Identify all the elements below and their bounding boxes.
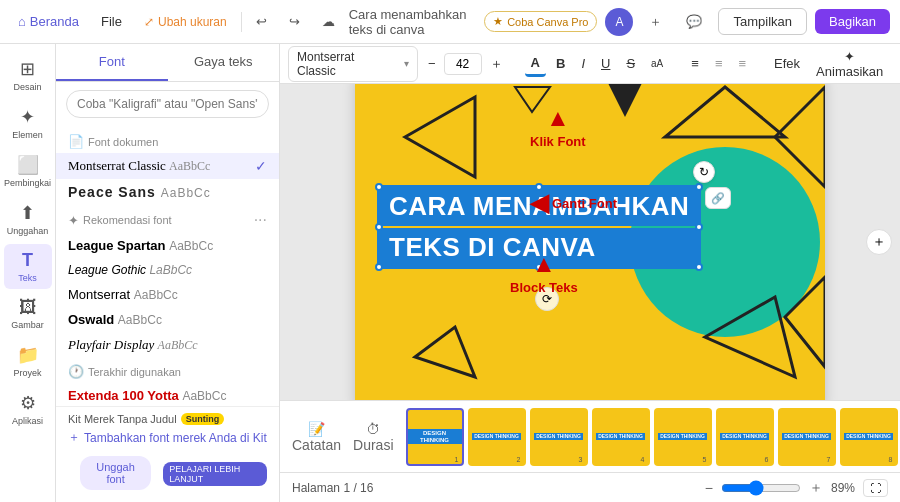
italic-button[interactable]: I — [575, 52, 591, 75]
dropdown-arrow-icon: ▾ — [404, 58, 409, 69]
rekomendasi-dots[interactable]: ··· — [254, 211, 267, 229]
thumb-7[interactable]: DESIGN THINKING 7 — [778, 408, 836, 466]
filmstrip-controls: 📝 Catatan ⏱ Durasi — [288, 417, 398, 457]
sidebar-item-teks[interactable]: T Teks — [4, 244, 52, 289]
color-a-button[interactable]: A — [525, 51, 546, 77]
handle-tl[interactable] — [375, 183, 383, 191]
editor-area: Montserrat Classic ▾ − ＋ A B I U S aA ≡ … — [280, 44, 900, 502]
link-icon[interactable]: 🔗 — [705, 187, 731, 209]
notes-icon: 📝 — [308, 421, 325, 437]
thumb-4[interactable]: DESIGN THINKING 4 — [592, 408, 650, 466]
uppercase-button[interactable]: aA — [645, 54, 669, 73]
zoom-out-button[interactable]: − — [701, 478, 717, 498]
canva-pro-badge[interactable]: ★ Coba Canva Pro — [484, 11, 597, 32]
resize-button[interactable]: ⤢ Ubah ukuran — [136, 11, 235, 33]
document-title: Cara menambahkan teks di canva — [349, 7, 478, 37]
font-size-increase[interactable]: ＋ — [484, 51, 509, 77]
animasikan-button[interactable]: ✦ Animasikan — [810, 45, 889, 83]
efek-button[interactable]: Efek — [768, 52, 806, 75]
upload-font-button[interactable]: Unggah font — [80, 456, 151, 490]
zoom-in-button[interactable]: ＋ — [805, 477, 827, 499]
page-indicator: Halaman 1 / 16 — [292, 481, 373, 495]
home-label: Beranda — [30, 14, 79, 29]
file-button[interactable]: File — [93, 10, 130, 33]
font-size-input[interactable] — [444, 53, 482, 75]
font-size-decrease[interactable]: − — [422, 52, 442, 75]
align-left-button[interactable]: ≡ — [685, 52, 705, 75]
strikethrough-button[interactable]: S — [620, 52, 641, 75]
plus-icon: ＋ — [68, 429, 80, 446]
redo-button[interactable]: ↪ — [281, 10, 308, 33]
undo-button[interactable]: ↩ — [248, 10, 275, 33]
handle-mr[interactable] — [695, 223, 703, 231]
doc-fonts-label: 📄 Font dokumen — [56, 128, 279, 153]
sidebar-icons: ⊞ Desain ✦ Elemen ⬜ Pembingkai ⬆ Unggaha… — [0, 44, 56, 502]
font-name-dropdown[interactable]: Montserrat Classic ▾ — [288, 46, 418, 82]
font-item-league-spartan[interactable]: League Spartan AaBbCc — [56, 233, 279, 258]
sidebar-item-proyek[interactable]: 📁 Proyek — [4, 338, 52, 384]
tab-font[interactable]: Font — [56, 44, 168, 81]
canvas-page[interactable]: CARA MENAMBAHKAN TEKS DI CANVA — [355, 84, 825, 400]
thumb-2[interactable]: DESIGN THINKING 2 — [468, 408, 526, 466]
filmstrip-duration-button[interactable]: ⏱ Durasi — [349, 417, 397, 457]
avatar[interactable]: A — [605, 8, 633, 36]
font-item-oswald[interactable]: Oswald AaBbCc — [56, 307, 279, 332]
add-font-kit[interactable]: ＋ Tambahkan font merek Anda di Kit — [68, 429, 267, 446]
svg-marker-4 — [605, 84, 645, 117]
thumb-5[interactable]: DESIGN THINKING 5 — [654, 408, 712, 466]
thumb-3[interactable]: DESIGN THINKING 3 — [530, 408, 588, 466]
kit-label: Kit Merek Tanpa Judul Sunting — [68, 413, 267, 425]
font-item-extenda[interactable]: Extenda 100 Yotta AaBbCc — [56, 383, 279, 406]
resize-icon: ⤢ — [144, 15, 154, 29]
bold-button[interactable]: B — [550, 52, 571, 75]
thumb-1[interactable]: DESIGN THINKING 1 — [406, 408, 464, 466]
font-search-wrap — [56, 82, 279, 126]
home-button[interactable]: ⌂ Beranda — [10, 10, 87, 33]
main-layout: ⊞ Desain ✦ Elemen ⬜ Pembingkai ⬆ Unggaha… — [0, 44, 900, 502]
annotation-block-teks: ▲ Block Teks — [510, 250, 578, 295]
handle-ml[interactable] — [375, 223, 383, 231]
font-item-peace-sans[interactable]: Peace Sans AaBbCc — [56, 179, 279, 205]
align-center-button[interactable]: ≡ — [709, 52, 729, 75]
svg-marker-2 — [665, 87, 785, 137]
font-panel: Font Gaya teks 📄 Font dokumen Montserrat… — [56, 44, 280, 502]
font-item-playfair[interactable]: Playfair Display AaBbCc — [56, 332, 279, 358]
filmstrip-notes-button[interactable]: 📝 Catatan — [288, 417, 345, 457]
canvas-area: CARA MENAMBAHKAN TEKS DI CANVA — [280, 84, 900, 502]
thumb-8[interactable]: DESIGN THINKING 8 — [840, 408, 898, 466]
font-search-input[interactable] — [66, 90, 269, 118]
chat-button[interactable]: 💬 — [678, 10, 710, 33]
align-right-button[interactable]: ≡ — [732, 52, 752, 75]
font-list: 📄 Font dokumen Montserrat Classic AaBbCc… — [56, 126, 279, 406]
terakhir-label: 🕐 Terakhir digunakan — [56, 358, 279, 383]
share-button[interactable]: Bagikan — [815, 9, 890, 34]
cloud-button[interactable]: ☁ — [314, 10, 343, 33]
clock-icon: ⏱ — [366, 421, 380, 437]
doc-icon: 📄 — [68, 134, 84, 149]
preview-button[interactable]: Tampilkan — [718, 8, 807, 35]
sidebar-item-aplikasi[interactable]: ⚙ Aplikasi — [4, 386, 52, 432]
sidebar-item-unggahan[interactable]: ⬆ Unggahan — [4, 196, 52, 242]
tab-gaya-teks[interactable]: Gaya teks — [168, 44, 280, 81]
sidebar-item-elemen[interactable]: ✦ Elemen — [4, 100, 52, 146]
font-item-montserrat-classic[interactable]: Montserrat Classic AaBbCc ✓ — [56, 153, 279, 179]
font-kit-section: Kit Merek Tanpa Judul Sunting ＋ Tambahka… — [56, 406, 279, 452]
fullscreen-button[interactable]: ⛶ — [863, 479, 888, 497]
sidebar-item-pembingkai[interactable]: ⬜ Pembingkai — [4, 148, 52, 194]
canvas-add-button[interactable]: ＋ — [866, 229, 892, 255]
svg-marker-1 — [405, 97, 475, 177]
font-item-league-gothic[interactable]: League Gothic LaBbCc — [56, 258, 279, 282]
pelajari-button[interactable]: PELAJARI LEBIH LANJUT — [163, 462, 267, 486]
add-member-button[interactable]: ＋ — [641, 9, 670, 35]
proyek-icon: 📁 — [17, 344, 39, 366]
sidebar-item-gambar[interactable]: 🖼 Gambar — [4, 291, 52, 336]
canvas-side-controls: ＋ — [866, 229, 892, 255]
elemen-icon: ✦ — [20, 106, 35, 128]
posisi-button[interactable]: Posisi — [893, 52, 900, 75]
zoom-slider[interactable] — [721, 480, 801, 496]
home-icon: ⌂ — [18, 14, 26, 29]
thumb-6[interactable]: DESIGN THINKING 6 — [716, 408, 774, 466]
underline-button[interactable]: U — [595, 52, 616, 75]
font-item-montserrat[interactable]: Montserrat AaBbCc — [56, 282, 279, 307]
sidebar-item-desain[interactable]: ⊞ Desain — [4, 52, 52, 98]
